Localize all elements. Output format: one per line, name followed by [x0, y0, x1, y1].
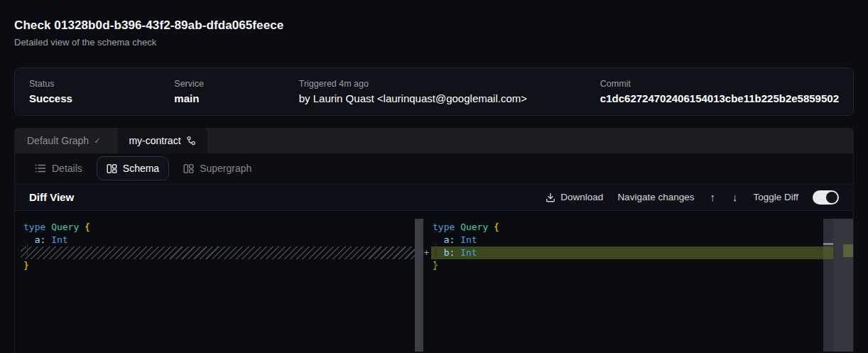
triggered-label: Triggered 4m ago [299, 79, 600, 89]
diff-view-title: Diff View [15, 191, 74, 203]
panels-layout-icon [107, 163, 117, 174]
service-value: main [174, 92, 298, 104]
tab-supergraph[interactable]: Supergraph [173, 156, 261, 180]
page-subtitle: Detailed view of the schema check [14, 37, 283, 48]
added-line-scrollbar-tint [823, 246, 833, 259]
indent-guide [435, 244, 436, 268]
minimap-added-marker [843, 244, 853, 257]
tab-schema[interactable]: Schema [97, 156, 169, 180]
diff-pane-before[interactable]: type Query { a: Int} [21, 221, 415, 272]
check-meta-card: Status Success Service main Triggered 4m… [14, 67, 854, 116]
tab-my-contract-label: my-contract [129, 135, 180, 146]
download-label: Download [560, 192, 603, 202]
tab-supergraph-label: Supergraph [200, 163, 251, 174]
contract-branch-icon [186, 136, 196, 146]
check-detail-panel: Details Schema Supergraph [14, 153, 854, 353]
service-column: Service main [174, 79, 298, 104]
commit-column: Commit c1dc62724702406154013cbe11b225b2e… [600, 79, 839, 104]
indent-guide [27, 244, 28, 256]
diff-spacer-line [21, 246, 415, 259]
code-line: type Query { [21, 221, 415, 234]
code-line: a: Int [21, 234, 415, 246]
diff-controls: Download Navigate changes ↑ ↓ Toggle Dif… [546, 190, 839, 205]
previous-change-button[interactable]: ↑ [708, 191, 717, 203]
triggered-column: Triggered 4m ago by Laurin Quast <laurin… [299, 79, 600, 104]
tab-schema-label: Schema [123, 163, 159, 174]
minimap[interactable] [833, 219, 853, 352]
diff-toolbar: Diff View Download Navigate changes ↑ ↓ … [15, 183, 853, 211]
status-label: Status [29, 79, 174, 89]
schema-diff-editor[interactable]: type Query { a: Int} + type Query { a: I… [15, 211, 853, 352]
commit-label: Commit [600, 79, 839, 89]
navigate-changes-label: Navigate changes [617, 192, 694, 202]
check-icon: ✓ [94, 136, 100, 146]
arrow-up-icon: ↑ [710, 191, 715, 203]
triggered-value: by Laurin Quast <laurinquast@googlemail.… [299, 92, 600, 104]
tab-details[interactable]: Details [25, 156, 92, 180]
page-header: Check 01328b0d-b396-43f2-89ab-dfda065fee… [14, 18, 283, 48]
right-pane-scrollbar[interactable] [823, 219, 833, 352]
view-tab-bar: Details Schema Supergraph [15, 153, 853, 183]
schema-check-page: Check 01328b0d-b396-43f2-89ab-dfda065fee… [0, 0, 868, 353]
page-title: Check 01328b0d-b396-43f2-89ab-dfda065fee… [14, 18, 283, 33]
panels-layout-icon [183, 163, 194, 174]
code-line: a: Int [431, 234, 833, 246]
tab-default-graph[interactable]: Default Graph ✓ [27, 128, 109, 153]
status-column: Status Success [29, 79, 174, 104]
scrollbar-slider-edge [823, 243, 833, 245]
toggle-thumb [826, 192, 837, 203]
diff-pane-after[interactable]: type Query { a: Int b: Int} [431, 221, 833, 272]
added-line-gutter: + [421, 246, 432, 259]
graph-tab-bar: Default Graph ✓ my-contract [14, 128, 854, 153]
status-value: Success [29, 92, 174, 104]
toggle-diff-label: Toggle Diff [753, 192, 798, 202]
tab-my-contract[interactable]: my-contract [117, 128, 207, 153]
toggle-diff-switch[interactable] [813, 190, 839, 205]
list-icon [35, 163, 46, 173]
service-label: Service [174, 79, 298, 89]
tab-details-label: Details [52, 163, 82, 174]
download-icon [546, 192, 555, 202]
code-line: type Query { [431, 221, 833, 234]
code-line: } [431, 259, 833, 272]
left-pane-scrollbar[interactable] [415, 219, 423, 352]
diff-added-line: b: Int [431, 246, 833, 259]
next-change-button[interactable]: ↓ [731, 191, 739, 203]
commit-value: c1dc62724702406154013cbe11b225b2e5859502 [600, 92, 839, 104]
code-line: } [21, 259, 415, 272]
download-button[interactable]: Download [546, 192, 603, 202]
tab-default-graph-label: Default Graph [27, 135, 89, 146]
arrow-down-icon: ↓ [732, 191, 738, 203]
